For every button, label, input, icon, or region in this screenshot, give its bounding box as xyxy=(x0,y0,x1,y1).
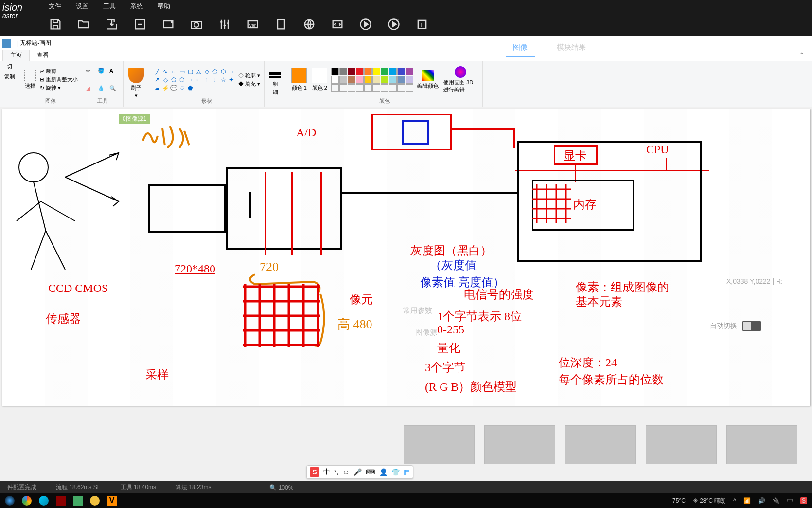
label-byte-8bit: 1个字节表示 8位 xyxy=(437,308,522,324)
snapshot-icon[interactable] xyxy=(161,18,175,31)
globe-icon[interactable] xyxy=(302,18,316,31)
label-sampling: 采样 xyxy=(145,367,169,382)
thumbnail[interactable] xyxy=(565,425,636,464)
paint-taskbar-icon[interactable] xyxy=(90,496,100,506)
label-sensor: 传感器 xyxy=(46,311,81,327)
thumbnail-strip xyxy=(404,425,797,464)
ime-skin-icon[interactable]: 👕 xyxy=(391,468,400,476)
ime-voice-icon[interactable]: 🎤 xyxy=(353,468,362,476)
resize-button[interactable]: ⊞ 重新调整大小 xyxy=(40,76,78,83)
tray-power-icon[interactable]: 🔌 xyxy=(773,497,780,504)
var-icon[interactable]: var xyxy=(246,18,260,31)
copy-button[interactable]: 复制 xyxy=(4,73,15,80)
crop-button[interactable]: ✂ 裁剪 xyxy=(40,68,78,75)
ime-punct-icon[interactable]: °, xyxy=(334,468,339,476)
edge-icon[interactable] xyxy=(39,496,49,506)
drawn-box-2 xyxy=(226,167,342,250)
ime-user-icon[interactable]: 👤 xyxy=(379,468,388,476)
select-button[interactable]: 选择 xyxy=(23,69,37,91)
drawn-blue-box xyxy=(402,120,429,145)
paint3d-button[interactable]: 使用画图 3D 进行编辑 xyxy=(442,65,478,94)
tray-volume-icon[interactable]: 🔊 xyxy=(758,497,765,504)
thickness-button[interactable]: 粗 细 xyxy=(268,70,282,97)
save-icon[interactable] xyxy=(49,18,62,31)
label-range: 0-255 xyxy=(437,323,464,336)
tray-wifi-icon[interactable]: 📶 xyxy=(743,497,751,504)
chrome-icon[interactable] xyxy=(22,496,32,506)
outline-button[interactable]: ◇ 轮廓 ▾ xyxy=(238,72,260,79)
shapes-gallery[interactable]: ╱∿○▭▢△◇⬠⬡→ ↗◇⬠⬡→←↑↓☆✦ ☁⚡💬♡⬟ xyxy=(153,68,235,92)
auto-switch-row: 自动切换 xyxy=(710,321,797,331)
open-icon[interactable] xyxy=(77,18,90,31)
camera-icon[interactable] xyxy=(190,18,203,31)
tab-view[interactable]: 查看 xyxy=(30,50,56,61)
picker-tool[interactable]: 💧 xyxy=(98,85,107,91)
svg-point-14 xyxy=(19,153,48,182)
zoom-tool[interactable]: 🔍 xyxy=(109,85,119,91)
app-icon-1[interactable] xyxy=(56,496,66,506)
edit-colors-button[interactable]: 编辑颜色 xyxy=(416,69,440,91)
text-tool[interactable]: A xyxy=(109,68,119,73)
menu-settings[interactable]: 设置 xyxy=(76,2,88,11)
ime-bar[interactable]: S 中 °, ☺ 🎤 ⌨ 👤 👕 ▦ xyxy=(306,465,413,479)
ribbon-clipboard: 切 复制 xyxy=(0,61,19,107)
color2-button[interactable]: 颜色 2 xyxy=(311,67,328,92)
sogou-icon[interactable]: S xyxy=(310,467,319,477)
canvas-area[interactable]: 0图像源1 A/D 显卡 CPU 内存 xyxy=(2,109,810,406)
ime-grid-icon[interactable]: ▦ xyxy=(404,468,410,476)
label-ad: A/D xyxy=(296,126,316,139)
thumbnail[interactable] xyxy=(404,425,475,464)
fill-tool[interactable]: 🪣 xyxy=(98,68,107,74)
app-icon-2[interactable] xyxy=(73,496,83,506)
tray-sogou-icon[interactable]: S xyxy=(800,497,807,504)
pencil-tool[interactable]: ✏ xyxy=(86,68,96,74)
sliders-icon[interactable] xyxy=(218,18,231,31)
thumbnail[interactable] xyxy=(646,425,717,464)
code-icon[interactable] xyxy=(331,18,344,31)
label-per-pixel-bits: 每个像素所占的位数 xyxy=(559,372,664,387)
auto-switch-toggle[interactable] xyxy=(742,321,761,331)
collapse-ribbon-icon[interactable]: ⌃ xyxy=(799,51,805,59)
play-icon[interactable] xyxy=(359,18,372,31)
paint-tabs: 主页 查看 xyxy=(0,50,812,61)
brush-button[interactable]: 刷子 ▾ xyxy=(127,67,145,100)
rotate-button[interactable]: ↻ 旋转 ▾ xyxy=(40,84,78,91)
menu-help[interactable]: 帮助 xyxy=(158,2,170,11)
f-key-icon[interactable]: F xyxy=(415,18,429,31)
ime-keyboard-icon[interactable]: ⌨ xyxy=(366,468,375,476)
app-name: 画图 xyxy=(39,39,51,47)
label-ccd-cmos: CCD CMOS xyxy=(48,282,108,295)
import-icon[interactable] xyxy=(133,18,147,31)
label-pixel-element: 像元 xyxy=(350,291,373,307)
play-loop-icon[interactable] xyxy=(387,18,401,31)
tray-chevron-icon[interactable]: ^ xyxy=(733,497,736,504)
label-quantize: 量化 xyxy=(437,340,460,356)
start-icon[interactable] xyxy=(5,496,15,506)
menu-file[interactable]: 文件 xyxy=(49,2,61,11)
svg-text:F: F xyxy=(421,21,424,28)
fill-button[interactable]: ◆ 填充 ▾ xyxy=(238,80,260,88)
ribbon-colors: 颜色 1 颜色 2 编辑颜色 使用画图 3D 进行编辑 颜色 xyxy=(286,61,483,107)
ime-lang[interactable]: 中 xyxy=(323,468,330,476)
dark-toolbar: var F xyxy=(0,12,812,36)
export-icon[interactable] xyxy=(105,18,119,31)
label-bit-depth: 位深度：24 xyxy=(559,355,617,370)
tab-module-result[interactable]: 模块结果 xyxy=(549,39,593,57)
tray-ime-icon[interactable]: 中 xyxy=(787,497,793,505)
thumbnail[interactable] xyxy=(484,425,555,464)
ribbon-thickness: 粗 细 xyxy=(265,61,286,107)
vm-taskbar-icon[interactable]: V xyxy=(107,496,117,506)
coords-display: X,0338 Y,0222 | R: xyxy=(726,277,783,285)
eraser-tool[interactable]: ◢ xyxy=(86,85,96,91)
color-palette[interactable] xyxy=(331,68,413,92)
tab-home[interactable]: 主页 xyxy=(2,49,30,61)
device-icon[interactable] xyxy=(274,18,288,31)
ime-emoji-icon[interactable]: ☺ xyxy=(343,468,350,476)
cut-button[interactable]: 切 xyxy=(7,63,12,70)
color1-button[interactable]: 颜色 1 xyxy=(290,67,308,92)
tab-image[interactable]: 图像 xyxy=(506,39,535,57)
thumbnail[interactable] xyxy=(726,425,797,464)
menu-system[interactable]: 系统 xyxy=(130,2,143,11)
menu-tools[interactable]: 工具 xyxy=(103,2,116,11)
weather-widget[interactable]: ☀ 28°C 晴朗 xyxy=(693,497,726,505)
